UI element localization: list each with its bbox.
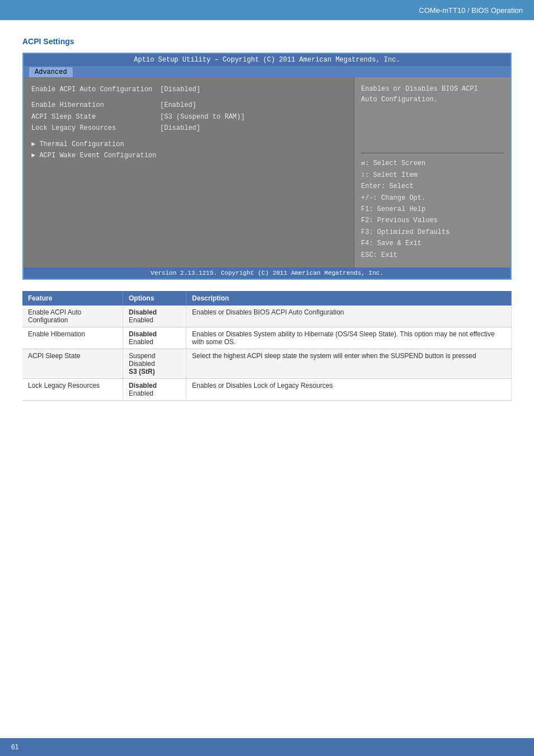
page-footer: 61 [0, 738, 534, 756]
bios-key-f4: F4: Save & Exit [361, 238, 504, 249]
table-row: Enable Hibernation Disabled Enabled Enab… [22, 327, 512, 349]
col-header-options: Options [123, 291, 186, 306]
option-bold: S3 (StR) [129, 368, 155, 375]
bios-setting-row-3[interactable]: ACPI Sleep State [S3 (Suspend to RAM)] [31, 111, 346, 123]
bios-key-select-screen: ⇄: Select Screen [361, 158, 504, 169]
description-cell: Enables or Disables Lock of Legacy Resou… [186, 379, 512, 401]
options-cell: Suspend Disabled S3 (StR) [123, 349, 186, 379]
bios-setting-row-4[interactable]: Lock Legacy Resources [Disabled] [31, 123, 346, 134]
bios-key-enter: Enter: Select [361, 181, 504, 192]
bios-key-f3: F3: Optimized Defaults [361, 227, 504, 238]
bios-setting-row-2[interactable]: Enable Hibernation [Enabled] [31, 100, 346, 111]
bios-key-change: +/-: Change Opt. [361, 192, 504, 204]
table-row: Enable ACPI Auto Configuration Disabled … [22, 306, 512, 327]
bios-left-panel: Enable ACPI Auto Configuration [Disabled… [24, 77, 354, 267]
options-cell: Disabled Enabled [123, 327, 186, 349]
options-cell: Disabled Enabled [123, 306, 186, 327]
table-row: Lock Legacy Resources Disabled Enabled E… [22, 379, 512, 401]
option-normal: Enabled [129, 389, 153, 397]
options-cell: Disabled Enabled [123, 379, 186, 401]
feature-cell: ACPI Sleep State [22, 349, 123, 379]
bios-key-esc: ESC: Exit [361, 250, 504, 261]
header-title: COMe-mTT10 / BIOS Operation [419, 6, 523, 15]
section-title: ACPI Settings [22, 37, 512, 46]
bios-body: Enable ACPI Auto Configuration [Disabled… [24, 77, 510, 267]
description-cell: Select the highest ACPI sleep state the … [186, 349, 512, 379]
bios-keys: ⇄: Select Screen ↕: Select Item Enter: S… [361, 158, 504, 261]
bios-tab-bar: Advanced [24, 66, 510, 77]
bios-help-text: Enables or Disables BIOS ACPIAuto Config… [361, 84, 504, 148]
bios-submenu-thermal[interactable]: ► Thermal Configuration [31, 139, 346, 150]
bios-setting-value-4: [Disabled] [160, 123, 200, 134]
bios-key-select-item: ↕: Select Item [361, 170, 504, 181]
option-normal: Enabled [129, 338, 153, 346]
bios-setting-value-1: [Disabled] [160, 84, 200, 95]
bios-key-f1: F1: General Help [361, 204, 504, 215]
bios-setting-name-4: Lock Legacy Resources [31, 123, 154, 134]
description-cell: Enables or Disables System ability to Hi… [186, 327, 512, 349]
bios-right-panel: Enables or Disables BIOS ACPIAuto Config… [354, 77, 510, 267]
option-normal: Enabled [129, 316, 153, 324]
description-cell: Enables or Disables BIOS ACPI Auto Confi… [186, 306, 512, 327]
feature-cell: Lock Legacy Resources [22, 379, 123, 401]
bios-divider [361, 153, 504, 153]
bios-key-f2: F2: Previous Values [361, 215, 504, 226]
bios-setting-name-3: ACPI Sleep State [31, 111, 154, 123]
bios-setting-row-1[interactable]: Enable ACPI Auto Configuration [Disabled… [31, 84, 346, 95]
bios-submenu-acpi-wake[interactable]: ► ACPI Wake Event Configuration [31, 150, 346, 161]
bios-tab-advanced[interactable]: Advanced [29, 67, 73, 77]
option-bold: Disabled [129, 382, 157, 389]
feature-cell: Enable Hibernation [22, 327, 123, 349]
feature-table: Feature Options Description Enable ACPI … [22, 291, 512, 401]
bios-setting-name-2: Enable Hibernation [31, 100, 154, 111]
option-pre: Suspend Disabled [129, 352, 155, 368]
feature-cell: Enable ACPI Auto Configuration [22, 306, 123, 327]
bios-title-bar: Aptio Setup Utility – Copyright (C) 2011… [24, 54, 510, 66]
table-header-row: Feature Options Description [22, 291, 512, 306]
header-bar: COMe-mTT10 / BIOS Operation [0, 0, 534, 20]
page-content: ACPI Settings Aptio Setup Utility – Copy… [0, 20, 534, 417]
col-header-feature: Feature [22, 291, 123, 306]
bios-setting-value-3: [S3 (Suspend to RAM)] [160, 111, 245, 123]
bios-setting-name-1: Enable ACPI Auto Configuration [31, 84, 154, 95]
page-number: 61 [11, 743, 18, 751]
option-bold: Disabled [129, 330, 157, 338]
table-row: ACPI Sleep State Suspend Disabled S3 (St… [22, 349, 512, 379]
bios-screen: Aptio Setup Utility – Copyright (C) 2011… [22, 53, 512, 280]
bios-footer: Version 2.13.1215. Copyright (C) 2011 Am… [24, 267, 510, 279]
option-bold: Disabled [129, 308, 157, 316]
col-header-description: Description [186, 291, 512, 306]
bios-setting-value-2: [Enabled] [160, 100, 196, 111]
